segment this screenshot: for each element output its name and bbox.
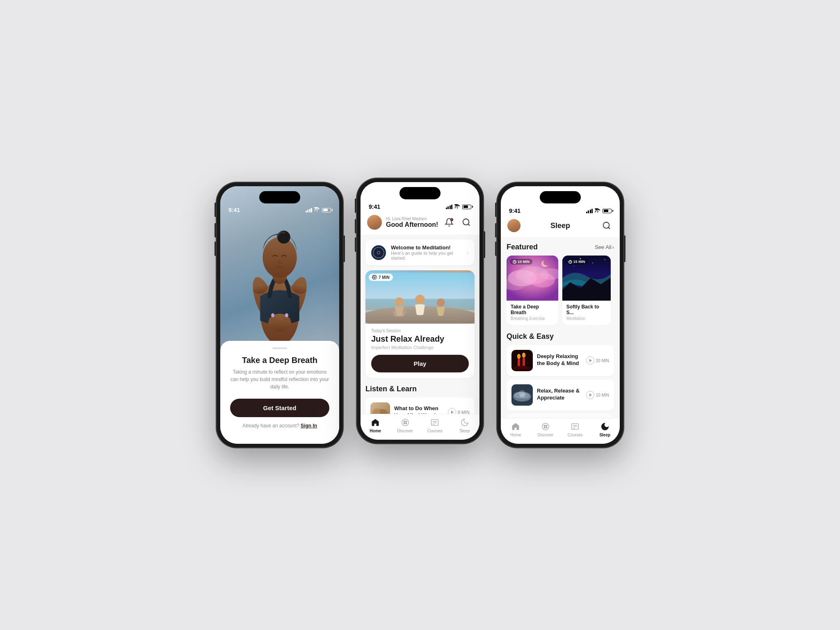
featured-card-2[interactable]: 15 MIN Softly Back to S... Meditation: [562, 256, 611, 325]
onboard-title: Take a Deep Breath: [242, 356, 317, 365]
meditation-ring-icon: [371, 245, 386, 260]
home-icon-3: [511, 422, 520, 431]
home-scroll-area[interactable]: Welcome to Meditation! Here's an guide t…: [361, 235, 479, 414]
card2-sub: Meditation: [566, 316, 607, 321]
quick-duration-1: 20 MIN: [586, 356, 609, 365]
time-3: 9:41: [509, 208, 520, 214]
time-1: 9:41: [228, 207, 240, 213]
svg-point-60: [518, 355, 520, 359]
signal-bar-2: [307, 210, 308, 212]
signal-b1: [446, 208, 447, 209]
sleep-avatar-img: [507, 219, 520, 232]
card2-info: Softly Back to S... Meditation: [562, 301, 611, 325]
home-icon-2: [370, 418, 380, 427]
search-button[interactable]: [460, 216, 473, 229]
svg-point-65: [514, 366, 530, 370]
avatar-img: [367, 215, 382, 230]
featured-card-1[interactable]: 10 MIN Take a Deep Breath Breathing Exer…: [507, 256, 558, 325]
sign-in-text: Already have an account? Sign In: [242, 423, 317, 429]
nav-home-label-3: Home: [510, 433, 521, 437]
quick-item-2[interactable]: Relax, Release & Appreciate 10 MIN: [507, 379, 614, 411]
session-info: Today's Session Just Relax Already Imper…: [365, 324, 475, 378]
session-badge-text: 7 MIN: [379, 275, 390, 280]
featured-header: Featured See All ›: [507, 243, 614, 251]
see-all-chevron: ›: [612, 244, 614, 250]
signal-b3: [450, 205, 451, 209]
signal-b2: [447, 206, 449, 209]
listen-thumb-1: [370, 402, 390, 414]
svg-rect-75: [546, 427, 547, 428]
svg-point-4: [262, 237, 297, 278]
quick-info-1: Deeply Relaxing the Body & Mind: [537, 353, 582, 368]
phone1-content: 9:41: [220, 186, 339, 444]
svg-point-71: [542, 423, 549, 430]
session-subtitle: Imperfect Meditation Challenge: [371, 345, 469, 350]
nav-courses-3[interactable]: Courses: [560, 422, 590, 437]
phone-sleep: 9:41: [497, 182, 624, 448]
sleep-scroll-area[interactable]: Featured See All ›: [501, 237, 620, 418]
quick-thumb-2: [511, 384, 533, 406]
nav-discover-2[interactable]: Discover: [390, 418, 420, 433]
svg-point-53: [605, 259, 605, 260]
greeting-sub: Hi, Livia Rhiel Madsen: [386, 217, 438, 221]
sign-in-link[interactable]: Sign In: [301, 423, 317, 429]
card2-img: 15 MIN: [562, 256, 611, 301]
svg-rect-72: [544, 425, 545, 426]
card1-sub: Breathing Exercise: [511, 316, 554, 321]
wifi-icon-2: [454, 204, 460, 210]
signal-b4: [451, 205, 452, 209]
get-started-button[interactable]: Get Started: [230, 399, 329, 417]
session-card[interactable]: 7 MIN Today's Session Just Relax Already…: [365, 270, 475, 378]
nav-courses-2[interactable]: Courses: [420, 418, 450, 433]
ring-dot: [377, 251, 380, 254]
battery-icon-1: [322, 208, 331, 212]
dynamic-island-2: [399, 187, 441, 199]
svg-point-19: [436, 299, 445, 307]
chevron-right-icon: ›: [467, 249, 469, 256]
battery-icon-2: [462, 205, 471, 209]
svg-rect-73: [546, 425, 547, 426]
see-all-link[interactable]: See All ›: [595, 244, 614, 250]
svg-line-37: [608, 227, 610, 229]
quick-item-1[interactable]: Deeply Relaxing the Body & Mind 20 MIN: [507, 345, 614, 376]
card2-time-badge: 15 MIN: [566, 259, 588, 265]
sleep-icon-3: [600, 422, 610, 431]
svg-rect-30: [404, 423, 405, 424]
svg-point-70: [519, 390, 525, 397]
play-circle-2: [586, 391, 594, 399]
quick-info-2: Relax, Release & Appreciate: [537, 388, 582, 402]
svg-rect-29: [406, 421, 407, 422]
signal-bar-3: [309, 209, 310, 212]
notification-button[interactable]: [443, 216, 456, 229]
status-icons-3: [586, 208, 612, 214]
svg-rect-28: [404, 421, 405, 422]
svg-line-13: [468, 224, 470, 226]
svg-rect-74: [544, 427, 545, 428]
nav-discover-3[interactable]: Discover: [531, 422, 561, 437]
banner-title: Welcome to Meditation!: [391, 244, 462, 251]
welcome-banner[interactable]: Welcome to Meditation! Here's an guide t…: [365, 240, 475, 265]
nav-sleep-label-2: Sleep: [459, 429, 470, 433]
play-circle-1: [586, 356, 594, 365]
hero-image: 9:41: [220, 186, 339, 361]
nav-sleep-2[interactable]: Sleep: [450, 418, 480, 433]
listen-item-1[interactable]: What to Do When Your Mind Wanders 8 MIN: [365, 397, 475, 414]
featured-label: Featured: [507, 243, 538, 251]
nav-home-2[interactable]: Home: [361, 418, 390, 433]
quick-item-3[interactable]: What to Do Whe...: [507, 414, 614, 418]
nav-courses-label-2: Courses: [427, 429, 443, 433]
nav-home-label-2: Home: [370, 429, 381, 433]
sleep-icon-2: [460, 418, 470, 427]
sleep-header: Sleep: [501, 216, 620, 237]
session-time-badge: 7 MIN: [369, 274, 393, 281]
phones-container: 9:41: [216, 182, 624, 448]
play-button[interactable]: Play: [371, 355, 469, 372]
signal-bar-1: [306, 211, 307, 212]
nav-home-3[interactable]: Home: [501, 422, 531, 437]
sleep-search-button[interactable]: [600, 219, 613, 232]
timer-icon: [372, 275, 377, 280]
nav-sleep-3[interactable]: Sleep: [590, 422, 620, 437]
quick-duration-2: 10 MIN: [586, 391, 609, 399]
welcome-text: Welcome to Meditation! Here's an guide t…: [391, 244, 462, 260]
svg-rect-31: [406, 423, 407, 424]
